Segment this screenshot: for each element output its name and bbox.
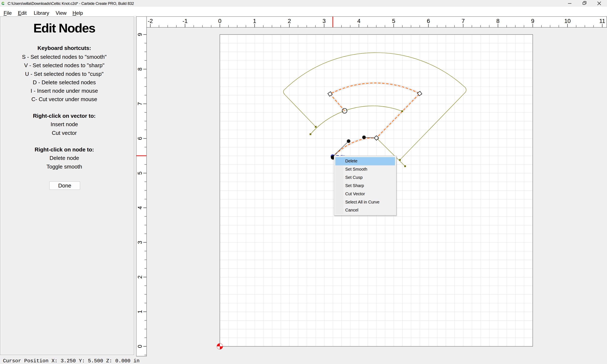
svg-text:6: 6 [137, 137, 143, 140]
svg-text:7: 7 [462, 18, 465, 24]
svg-text:9: 9 [531, 18, 534, 24]
svg-text:4: 4 [137, 206, 143, 209]
svg-text:7: 7 [137, 102, 143, 105]
svg-text:1: 1 [253, 18, 256, 24]
svg-text:1: 1 [137, 310, 143, 313]
svg-text:3: 3 [322, 18, 326, 24]
svg-text:8: 8 [496, 18, 500, 24]
svg-text:2: 2 [288, 18, 291, 24]
svg-text:11: 11 [599, 18, 605, 24]
svg-text:9: 9 [137, 33, 143, 36]
svg-text:0: 0 [218, 18, 221, 24]
svg-text:6: 6 [427, 18, 430, 24]
svg-text:4: 4 [357, 18, 360, 24]
svg-text:2: 2 [137, 275, 143, 279]
svg-text:0: 0 [137, 345, 143, 348]
svg-text:5: 5 [137, 171, 143, 175]
svg-text:8: 8 [137, 68, 143, 71]
svg-text:3: 3 [137, 241, 143, 244]
svg-text:10: 10 [564, 18, 570, 24]
svg-text:-2: -2 [148, 18, 153, 24]
svg-text:5: 5 [392, 18, 395, 24]
svg-text:-1: -1 [183, 18, 188, 24]
